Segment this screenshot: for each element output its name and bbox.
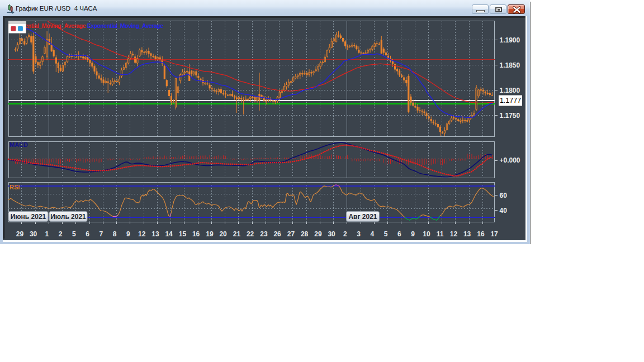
svg-text:10: 10 [423, 230, 430, 238]
svg-text:19: 19 [206, 230, 214, 238]
svg-text:1.1750: 1.1750 [500, 112, 520, 120]
svg-text:RSI: RSI [10, 184, 20, 190]
svg-text:2: 2 [343, 230, 347, 238]
svg-text:Exponential_Moving_Average: Exponential_Moving_Average [87, 22, 163, 29]
svg-text:21: 21 [233, 230, 241, 238]
svg-text:28: 28 [301, 230, 309, 238]
svg-text:20: 20 [219, 230, 227, 238]
svg-text:60: 60 [500, 192, 508, 199]
svg-text:4: 4 [371, 230, 375, 238]
svg-text:Июнь 2021: Июнь 2021 [11, 213, 46, 221]
svg-text:13: 13 [151, 230, 159, 238]
svg-text:1.1800: 1.1800 [500, 87, 520, 94]
svg-text:5: 5 [384, 230, 388, 238]
svg-text:15: 15 [179, 230, 187, 238]
svg-text:27: 27 [287, 230, 295, 238]
svg-text:6: 6 [86, 230, 89, 238]
svg-text:+0.000: +0.000 [500, 156, 520, 164]
svg-text:6: 6 [397, 230, 401, 238]
svg-text:16: 16 [192, 230, 200, 238]
svg-text:17: 17 [490, 230, 498, 238]
svg-text:12: 12 [138, 230, 146, 238]
svg-text:9: 9 [126, 230, 130, 238]
svg-text:1.1900: 1.1900 [500, 36, 520, 44]
svg-text:2: 2 [59, 230, 63, 238]
svg-text:8: 8 [113, 230, 117, 238]
svg-text:16: 16 [477, 230, 485, 238]
svg-text:30: 30 [328, 230, 335, 238]
svg-text:29: 29 [314, 230, 322, 238]
svg-text:13: 13 [463, 230, 471, 238]
svg-text:14: 14 [165, 230, 173, 238]
svg-text:1.1777: 1.1777 [500, 97, 521, 104]
svg-text:30: 30 [30, 230, 37, 238]
svg-text:23: 23 [260, 230, 268, 238]
svg-text:29: 29 [16, 230, 24, 238]
svg-text:7: 7 [100, 230, 103, 238]
svg-text:Июль 2021: Июль 2021 [50, 213, 86, 221]
svg-text:40: 40 [500, 207, 508, 215]
svg-text:1.1850: 1.1850 [500, 61, 520, 69]
svg-text:3: 3 [357, 230, 361, 238]
svg-text:9: 9 [411, 230, 415, 238]
svg-text:26: 26 [273, 230, 281, 238]
svg-text:12: 12 [450, 230, 458, 238]
svg-text:5: 5 [72, 230, 76, 238]
svg-text:1: 1 [45, 230, 49, 238]
svg-text:11: 11 [437, 230, 444, 238]
svg-text:MACD: MACD [10, 141, 28, 148]
svg-text:22: 22 [247, 230, 254, 238]
svg-text:Авг 2021: Авг 2021 [348, 213, 377, 221]
